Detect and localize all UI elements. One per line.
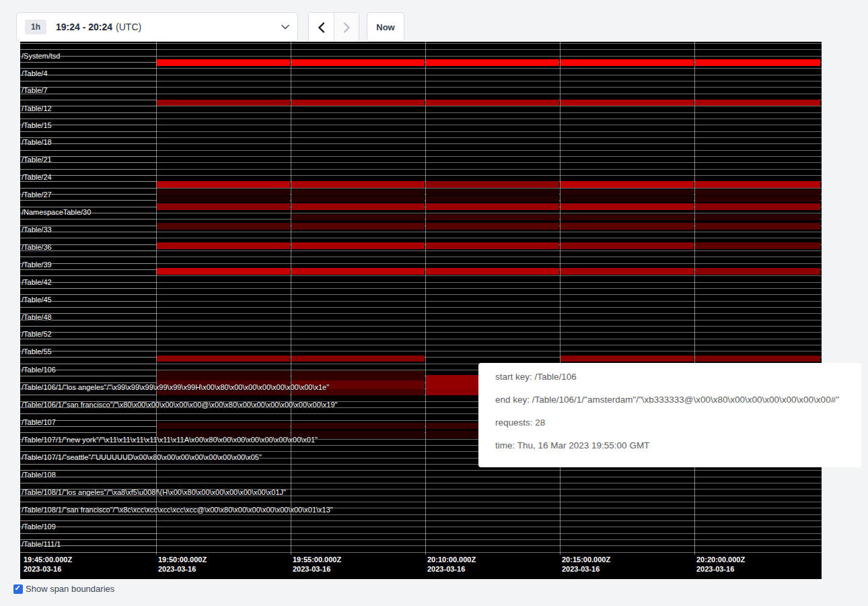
- range-duration-chip: 1h: [25, 20, 46, 34]
- time-gridline: [425, 42, 426, 555]
- time-gridline: [694, 42, 695, 555]
- span-boundaries-control: Show span boundaries: [13, 584, 114, 594]
- heat-band-segment[interactable]: [291, 196, 425, 202]
- heat-band-segment[interactable]: [426, 59, 559, 66]
- heat-band-segment[interactable]: [560, 214, 694, 220]
- time-gridline: [291, 42, 291, 555]
- heat-band-segment[interactable]: [695, 100, 820, 106]
- tooltip-start-key: start key: /Table/106: [495, 366, 861, 389]
- row-label: /Table/48: [22, 312, 52, 322]
- heat-band-segment[interactable]: [426, 223, 559, 230]
- row-label: /Table/107: [22, 417, 56, 427]
- heat-band-segment[interactable]: [157, 242, 290, 249]
- row-label: /Table/12: [22, 104, 52, 113]
- heat-band-segment[interactable]: [695, 214, 820, 220]
- chevron-left-icon: [318, 22, 325, 33]
- heat-band-segment[interactable]: [157, 196, 290, 202]
- heat-band-segment[interactable]: [157, 356, 290, 362]
- chevron-right-icon: [343, 22, 351, 33]
- heat-band-segment[interactable]: [291, 268, 425, 275]
- row-label: /Table/109: [22, 522, 56, 531]
- heat-band-segment[interactable]: [291, 356, 425, 362]
- heat-band-segment[interactable]: [291, 242, 425, 249]
- tooltip-requests: requests: 28: [495, 411, 861, 434]
- time-gridline: [156, 42, 157, 555]
- heat-band-segment[interactable]: [560, 181, 694, 188]
- axis-tick: 19:50:00.000Z2023-03-16: [156, 555, 207, 574]
- tooltip-time: time: Thu, 16 Mar 2023 19:55:00 GMT: [495, 434, 861, 457]
- heat-band-segment[interactable]: [291, 423, 425, 429]
- heat-band-segment[interactable]: [157, 203, 290, 210]
- heat-band-segment[interactable]: [695, 196, 820, 202]
- heat-band-segment[interactable]: [426, 189, 559, 195]
- heat-band-segment[interactable]: [426, 203, 559, 210]
- heat-band-segment[interactable]: [695, 268, 820, 275]
- heat-band-segment[interactable]: [291, 223, 425, 230]
- row-label: /Table/108: [22, 470, 56, 479]
- heat-band-segment[interactable]: [695, 59, 820, 66]
- heat-band-segment[interactable]: [560, 242, 694, 249]
- heat-band-segment[interactable]: [291, 375, 425, 380]
- time-range-selector[interactable]: 1h 19:24 - 20:24 (UTC): [16, 12, 298, 42]
- heat-band-segment[interactable]: [560, 268, 694, 275]
- heat-band-segment[interactable]: [560, 59, 694, 66]
- row-label: /Table/15: [22, 121, 52, 130]
- key-visualizer-canvas[interactable]: /System/tsd/Table/4/Table/7/Table/12/Tab…: [20, 42, 822, 579]
- heat-band-segment[interactable]: [426, 100, 559, 106]
- heat-band-segment[interactable]: [291, 214, 425, 220]
- row-label: /Table/27: [22, 190, 52, 199]
- row-label: /Table/107/1/"seattle"/"UUUUUUD\x00\x80\…: [22, 452, 262, 462]
- heat-band-segment[interactable]: [560, 203, 694, 210]
- time-nav-group: [308, 12, 359, 43]
- heat-band-segment[interactable]: [291, 100, 425, 106]
- row-label: /Table/106/1/"los angeles"/"\x99\x99\x99…: [22, 382, 329, 392]
- heat-band-segment[interactable]: [291, 181, 425, 188]
- heat-band-segment[interactable]: [426, 268, 559, 275]
- prev-time-button[interactable]: [309, 13, 334, 42]
- heat-band-segment[interactable]: [560, 356, 694, 362]
- next-time-button[interactable]: [334, 13, 359, 42]
- heat-band-segment[interactable]: [157, 375, 290, 380]
- heat-band-segment[interactable]: [695, 242, 820, 249]
- row-label: /System/tsd: [22, 51, 60, 61]
- heat-band-segment[interactable]: [695, 181, 820, 188]
- row-label: /Table/106: [22, 365, 56, 374]
- heat-band-segment[interactable]: [157, 100, 290, 106]
- row-label: /NamespaceTable/30: [22, 207, 91, 217]
- heat-band-segment[interactable]: [426, 214, 559, 220]
- heat-band-segment[interactable]: [426, 242, 559, 249]
- now-button[interactable]: Now: [367, 12, 404, 42]
- row-label: /Table/108/1/"san francisco"/"\x8c\xcc\x…: [22, 505, 333, 514]
- row-label: /Table/55: [22, 347, 52, 356]
- heat-band-segment[interactable]: [560, 196, 694, 202]
- axis-tick: 19:45:00.000Z2023-03-16: [22, 555, 72, 574]
- range-text: 19:24 - 20:24: [56, 22, 112, 32]
- row-label: /Table/36: [22, 242, 52, 252]
- show-span-boundaries-checkbox[interactable]: [13, 584, 23, 594]
- heat-band-segment[interactable]: [560, 189, 694, 195]
- range-timezone: (UTC): [116, 22, 141, 32]
- heat-band-segment[interactable]: [157, 370, 290, 375]
- heat-band-segment[interactable]: [157, 59, 290, 66]
- heat-band-segment[interactable]: [291, 203, 425, 210]
- heat-band-segment[interactable]: [291, 189, 425, 195]
- heat-band-segment[interactable]: [695, 189, 820, 195]
- heat-band-segment[interactable]: [157, 181, 290, 188]
- heat-band-segment[interactable]: [291, 59, 425, 66]
- heat-band-segment[interactable]: [291, 370, 425, 375]
- heat-band-segment[interactable]: [695, 203, 820, 210]
- bucket-tooltip: start key: /Table/106 end key: /Table/10…: [478, 363, 861, 467]
- heat-band-segment[interactable]: [157, 223, 290, 230]
- heat-band-segment[interactable]: [157, 268, 290, 275]
- heat-band-segment[interactable]: [426, 181, 559, 188]
- heat-band-segment[interactable]: [157, 423, 290, 429]
- heat-band-segment[interactable]: [560, 100, 694, 106]
- heat-band-segment[interactable]: [695, 223, 820, 230]
- heat-band-segment[interactable]: [426, 196, 559, 202]
- show-span-boundaries-label: Show span boundaries: [26, 584, 114, 594]
- time-gridline: [560, 42, 560, 555]
- heat-band-segment[interactable]: [695, 356, 820, 362]
- row-label: /Table/18: [22, 137, 52, 147]
- heat-band-segment[interactable]: [560, 223, 694, 230]
- heat-band-segment[interactable]: [157, 189, 290, 195]
